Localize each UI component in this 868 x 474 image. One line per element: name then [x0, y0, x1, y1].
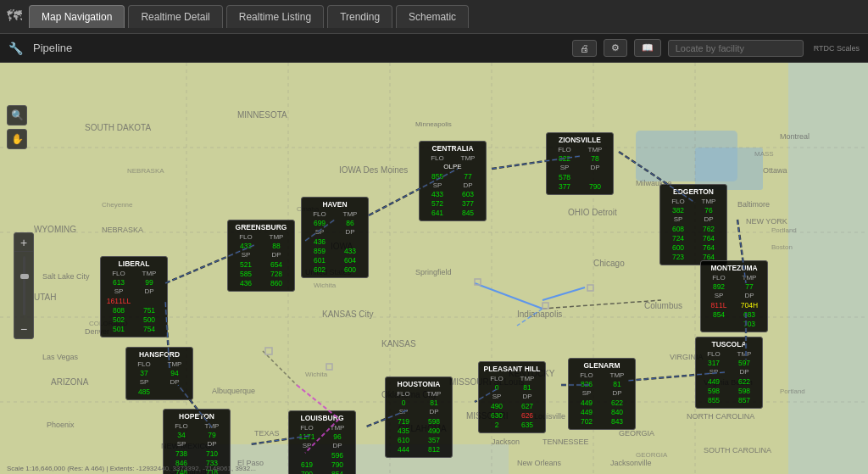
svg-text:Wichita: Wichita	[314, 282, 337, 289]
val-left: 855	[700, 396, 727, 405]
station-card-houstonia[interactable]: HOUSTONIAFLOTMP081SPDP719598435490610357…	[385, 376, 453, 458]
val-left: 317	[700, 359, 727, 368]
val-left: 738	[168, 449, 195, 459]
zoom-slider[interactable]	[14, 252, 33, 320]
station-name: HANSFORD	[131, 350, 188, 360]
val-right: 622	[731, 377, 758, 387]
tab-schematic[interactable]: Schematic	[396, 5, 469, 28]
val-right: 857	[731, 396, 758, 405]
flo-header: FLO	[424, 154, 451, 163]
val-left: 724	[665, 234, 692, 243]
val-right	[136, 297, 163, 306]
val-right: 762	[695, 225, 722, 234]
svg-text:Columbus: Columbus	[644, 301, 682, 310]
station-name: TUSCOLA	[700, 340, 758, 349]
map-container[interactable]: SOUTH DAKOTA WYOMING UTAH ARIZONA MINNES…	[0, 63, 868, 474]
station-card-montezuma[interactable]: MONTEZUMAFLOTMP89277SPDP811L704H85468370…	[700, 260, 768, 332]
val-left: 1171	[293, 432, 320, 442]
svg-text:GEORGIA: GEORGIA	[636, 451, 668, 459]
val-right: 728	[263, 270, 290, 279]
station-name: LIBERAL	[105, 259, 163, 269]
val-right: 86	[337, 219, 364, 228]
station-card-pleasant-hill[interactable]: PLEASANT HILLFLOTMP081SPDP49062763062626…	[478, 361, 546, 433]
sp-label: SP	[483, 393, 510, 401]
station-card-hansford[interactable]: HANSFORDFLOTMP3794SPDP485	[125, 347, 193, 400]
pipeline-icon: 🔧	[8, 42, 23, 55]
zoom-out-button[interactable]: −	[14, 320, 33, 338]
val-left: 485	[131, 388, 158, 397]
svg-text:Springfield: Springfield	[415, 268, 452, 276]
val-right: 626	[514, 411, 541, 421]
val-left: 630	[483, 411, 510, 421]
tmp-header: TMP	[581, 146, 609, 154]
sp-label: SP	[390, 408, 417, 416]
tab-map-navigation[interactable]: Map Navigation	[29, 5, 125, 28]
station-name: LOUISBURG	[293, 414, 351, 423]
tab-trending[interactable]: Trending	[327, 5, 392, 28]
flo-header: FLO	[168, 422, 195, 431]
station-card-liberal[interactable]: LIBERALFLOTMP61399SPDP1611LL808751502500…	[100, 256, 168, 337]
val-left: 600	[665, 243, 692, 253]
svg-text:Albuquerque: Albuquerque	[212, 387, 255, 395]
flo-header: FLO	[483, 375, 510, 383]
val-left: 601	[306, 256, 333, 265]
station-card-zionsville[interactable]: ZIONSVILLEFLOTMP82278SPDP578377790	[546, 132, 614, 195]
svg-text:KANSAS: KANSAS	[381, 339, 416, 349]
tmp-header: TMP	[695, 198, 722, 206]
station-card-glenarm[interactable]: GLENARMFLOTMP82681SPDP449622449840702843	[568, 358, 636, 430]
station-card-edgerton[interactable]: EDGERTONFLOTMP38276SPDP60876272476460076…	[659, 184, 727, 265]
dp-label: DP	[136, 287, 163, 296]
scale-bar: Scale 1:16,646,000 (Res: A 464) | Extent…	[7, 465, 256, 472]
hand-tool-button[interactable]: ✋	[7, 129, 27, 149]
svg-rect-4	[788, 63, 868, 474]
dp-label: DP	[695, 215, 722, 224]
station-name: HOUSTONIA	[390, 380, 448, 389]
svg-text:Baltimore: Baltimore	[737, 200, 770, 209]
val-right: 598	[420, 417, 448, 427]
val-right: 812	[420, 445, 448, 454]
station-card-haven[interactable]: HAVENFLOTMP69986SPDP43685943360160460260…	[301, 197, 369, 278]
search-tool-button[interactable]: 🔍	[7, 105, 27, 125]
val-left: 811L	[705, 301, 732, 310]
flo-header: FLO	[306, 210, 333, 219]
pipeline-title: Pipeline	[33, 42, 72, 54]
sp-label: SP	[232, 251, 259, 259]
zoom-in-button[interactable]: +	[14, 233, 33, 252]
tab-realtime-detail[interactable]: Realtime Detail	[128, 5, 222, 28]
svg-text:SOUTH CAROLINA: SOUTH CAROLINA	[704, 446, 771, 454]
station-name: HOPETON	[168, 412, 225, 421]
svg-text:Portland: Portland	[771, 226, 797, 234]
station-card-tuscola[interactable]: TUSCOLAFLOTMP317597SPDP44962259859885585…	[695, 337, 763, 409]
station-card-centralia[interactable]: CENTRALIAFLOTMPOLPE85577SPDP433603572377…	[419, 141, 487, 221]
val-right: 433	[337, 247, 364, 256]
val-right: 81	[514, 383, 541, 393]
toolbar: 🔧 Pipeline 🖨 ⚙ 📖 RTDC Scales	[0, 34, 868, 63]
val-left: 435	[390, 427, 417, 436]
val-left: 585	[232, 270, 259, 279]
search-input[interactable]	[668, 40, 804, 57]
settings-button[interactable]: ⚙	[604, 39, 627, 57]
station-card-louisbourg[interactable]: LOUISBURGFLOTMP117196SPDP596619790790854	[288, 410, 356, 474]
svg-text:Montreal: Montreal	[780, 132, 810, 141]
rtdc-label: RTDC Scales	[814, 44, 860, 53]
val-left: 859	[306, 247, 333, 256]
tab-realtime-listing[interactable]: Realtime Listing	[226, 5, 324, 28]
val-right	[337, 237, 364, 247]
svg-text:MINNESOTA: MINNESOTA	[237, 110, 287, 120]
station-name: GLENARM	[573, 361, 631, 371]
station-name: EDGERTON	[665, 187, 722, 197]
val-left: 719	[390, 417, 417, 427]
val-left: 501	[105, 325, 132, 334]
sp-label: SP	[665, 215, 692, 224]
left-tools-panel: 🔍 ✋ + −	[7, 105, 27, 149]
val-left: 808	[105, 306, 132, 315]
svg-text:Indianapolis: Indianapolis	[517, 309, 562, 319]
station-card-greensburg[interactable]: GREENSBURGFLOTMP43388SPDP521654585728436…	[227, 220, 295, 292]
svg-text:Minneapolis: Minneapolis	[415, 120, 452, 128]
legend-button[interactable]: 📖	[634, 39, 661, 57]
val-left: 578	[551, 173, 578, 182]
print-button[interactable]: 🖨	[572, 40, 597, 57]
val-left: 610	[390, 436, 417, 445]
svg-text:Jackson: Jackson	[492, 438, 520, 446]
val-right: 790	[324, 460, 351, 470]
